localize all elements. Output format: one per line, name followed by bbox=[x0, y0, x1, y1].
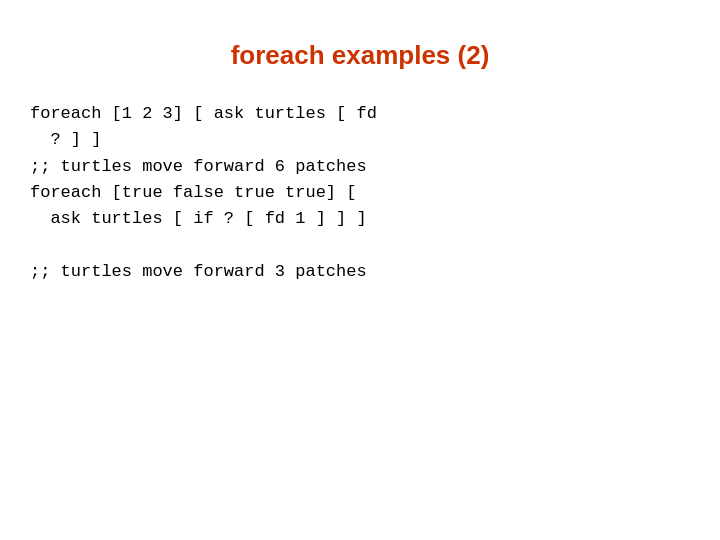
page-title: foreach examples (2) bbox=[231, 40, 490, 71]
code-block: foreach [1 2 3] [ ask turtles [ fd ? ] ]… bbox=[30, 101, 690, 285]
